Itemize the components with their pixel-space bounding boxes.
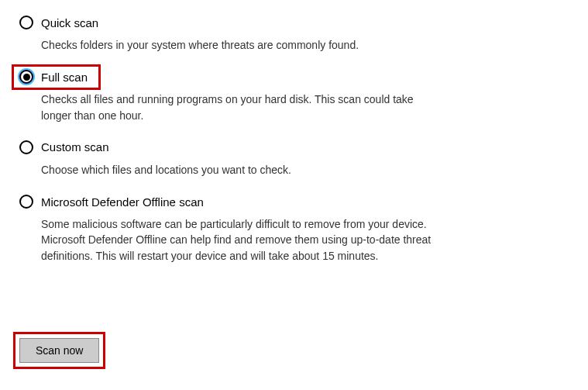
radio-icon [19,195,33,209]
full-scan-radio-row[interactable]: Full scan [19,70,573,84]
custom-scan-desc: Choose which files and locations you wan… [41,162,444,178]
offline-scan-option: Microsoft Defender Offline scan Some mal… [19,195,573,264]
scan-now-button[interactable]: Scan now [19,338,99,363]
quick-scan-option: Quick scan Checks folders in your system… [19,16,573,53]
quick-scan-label: Quick scan [41,16,98,29]
custom-scan-label: Custom scan [41,140,109,154]
radio-icon [19,16,33,29]
quick-scan-desc: Checks folders in your system where thre… [41,37,444,53]
offline-scan-label: Microsoft Defender Offline scan [41,195,204,209]
full-scan-desc: Checks all files and running programs on… [41,91,444,123]
offline-scan-desc: Some malicious software can be particula… [41,216,444,264]
full-scan-option: Full scan Checks all files and running p… [19,70,573,123]
offline-scan-radio-row[interactable]: Microsoft Defender Offline scan [19,195,573,209]
radio-icon [19,140,33,154]
scan-now-wrap: Scan now [19,338,99,363]
custom-scan-radio-row[interactable]: Custom scan [19,140,573,154]
radio-icon-selected [19,70,33,84]
quick-scan-radio-row[interactable]: Quick scan [19,16,573,29]
custom-scan-option: Custom scan Choose which files and locat… [19,140,573,178]
full-scan-label: Full scan [41,71,88,84]
